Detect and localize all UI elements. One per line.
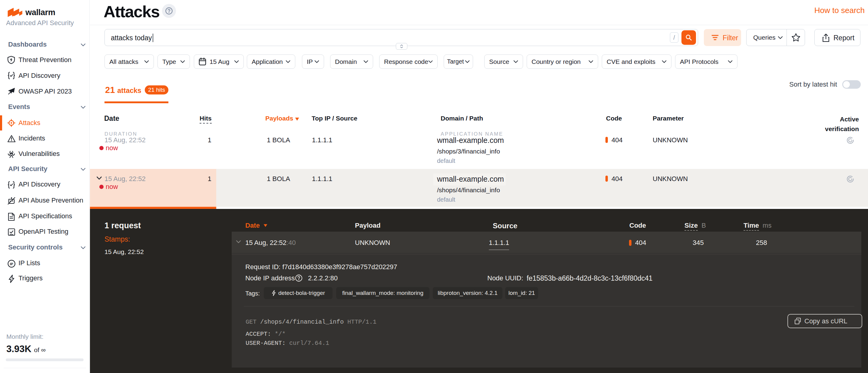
svg-text:IP: IP <box>10 262 13 266</box>
